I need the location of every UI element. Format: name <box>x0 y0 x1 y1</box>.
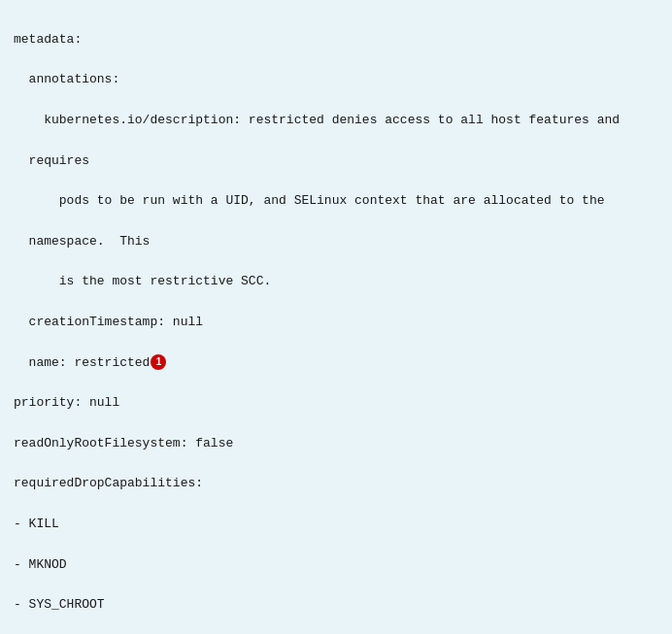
line-k8s-desc: kubernetes.io/description: restricted de… <box>14 113 620 127</box>
line-requires: requires <box>14 153 89 168</box>
line-priority: priority: null <box>14 395 119 410</box>
code-block: metadata: annotations: kubernetes.io/des… <box>0 0 672 634</box>
line-required-drop: requiredDropCapabilities: <box>14 476 203 490</box>
line-pods: pods to be run with a UID, and SELinux c… <box>14 193 605 208</box>
line-namespace: namespace. This <box>14 234 150 249</box>
line-metadata: metadata: <box>14 32 82 47</box>
line-restrictive: is the most restrictive SCC. <box>14 274 271 288</box>
line-mknod: - MKNOD <box>14 557 67 572</box>
line-readonly: readOnlyRootFilesystem: false <box>14 436 233 450</box>
badge-1: 1 <box>151 354 166 370</box>
line-creation: creationTimestamp: null <box>14 315 203 329</box>
line-annotations: annotations: <box>14 72 119 86</box>
line-name: name: restricted1 <box>14 355 166 370</box>
line-sys-chroot: - SYS_CHROOT <box>14 597 105 612</box>
line-kill: - KILL <box>14 517 59 531</box>
